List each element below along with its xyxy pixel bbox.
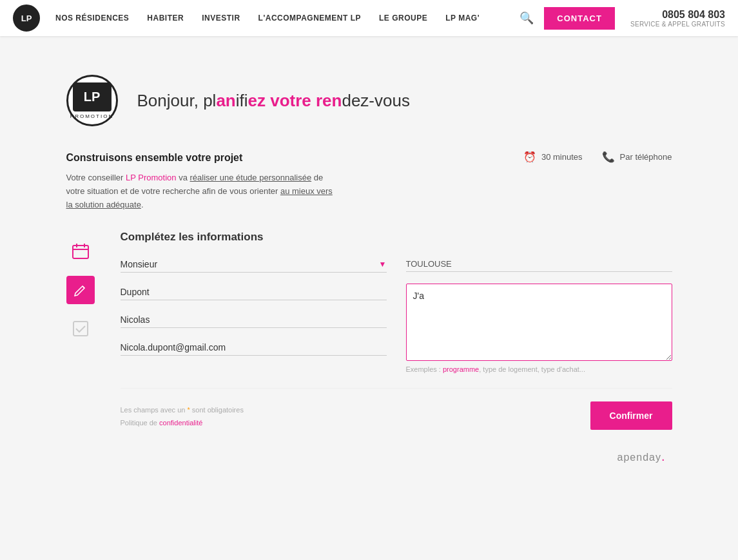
promotion-text: PROMOTION bbox=[70, 113, 113, 119]
form-section: Complétez les informations Monsieur Mada… bbox=[66, 231, 672, 429]
type-label: Par téléphone bbox=[620, 152, 672, 162]
nav-investir[interactable]: INVESTIR bbox=[202, 14, 240, 23]
textarea-wrapper: J'a Exemples : programme, type de logeme… bbox=[406, 284, 672, 374]
form-right-col: J'a Exemples : programme, type de logeme… bbox=[406, 256, 672, 374]
email-input[interactable] bbox=[121, 340, 387, 356]
form-heading: Complétez les informations bbox=[121, 231, 672, 244]
lp-logo: LP PROMOTION bbox=[66, 75, 118, 126]
orient-text: au mieux vers la solution adéquate bbox=[66, 186, 333, 209]
lp-link: LP Promotion bbox=[126, 173, 177, 182]
message-textarea[interactable]: J'a bbox=[406, 284, 672, 361]
city-input[interactable] bbox=[406, 256, 672, 272]
apenday-row: apenday. bbox=[66, 449, 672, 464]
title-highlight: an bbox=[216, 91, 235, 110]
phone-icon: 📞 bbox=[602, 151, 615, 163]
confirm-button[interactable]: Confirmer bbox=[590, 401, 672, 430]
svg-rect-0 bbox=[73, 246, 88, 258]
logo-text: LP bbox=[21, 14, 32, 23]
nav-accompagnement[interactable]: L'ACCOMPAGNEMENT LP bbox=[258, 14, 361, 23]
civility-select[interactable]: Monsieur Madame bbox=[121, 256, 387, 272]
main-content: LP PROMOTION Bonjour, planifiez votre re… bbox=[53, 75, 685, 464]
form-left-col: Monsieur Madame ▼ bbox=[121, 256, 387, 367]
svg-rect-4 bbox=[73, 322, 88, 336]
form-steps bbox=[66, 231, 95, 429]
phone-number: 0805 804 803 bbox=[662, 9, 725, 21]
lastname-input[interactable] bbox=[121, 284, 387, 300]
type-item: 📞 Par téléphone bbox=[602, 151, 672, 163]
phone-block: 0805 804 803 SERVICE & APPEL GRATUITS bbox=[630, 9, 725, 28]
title-highlight3: en bbox=[322, 91, 342, 110]
nav-residences[interactable]: NOS RÉSIDENCES bbox=[55, 14, 129, 23]
firstname-field bbox=[121, 312, 387, 328]
intro-title: Bonjour, planifiez votre rendez-vous bbox=[137, 91, 410, 111]
nav-groupe[interactable]: LE GROUPE bbox=[379, 14, 427, 23]
clock-icon: ⏰ bbox=[523, 151, 536, 163]
form-notes: Les champs avec un * sont obligatoires P… bbox=[121, 404, 244, 430]
textarea-hint: Exemples : programme, type de logement, … bbox=[406, 365, 672, 374]
lp-logo-text: LP bbox=[73, 82, 112, 111]
civility-select-wrapper[interactable]: Monsieur Madame ▼ bbox=[121, 256, 387, 273]
city-field bbox=[406, 256, 672, 272]
privacy-link[interactable]: confidentialité bbox=[159, 419, 202, 427]
check-icon bbox=[66, 314, 95, 343]
contact-button[interactable]: CONTACT bbox=[544, 7, 615, 30]
phone-subtitle: SERVICE & APPEL GRATUITS bbox=[630, 21, 725, 28]
firstname-input[interactable] bbox=[121, 312, 387, 328]
meeting-meta: ⏰ 30 minutes 📞 Par téléphone bbox=[523, 151, 672, 163]
apenday-dot: . bbox=[661, 449, 666, 463]
form-content: Complétez les informations Monsieur Mada… bbox=[121, 231, 672, 429]
header: LP NOS RÉSIDENCES HABITER INVESTIR L'ACC… bbox=[0, 0, 738, 36]
apenday-text: apenday. bbox=[617, 452, 666, 463]
required-note: Les champs avec un * sont obligatoires bbox=[121, 404, 244, 417]
intro-row: LP PROMOTION Bonjour, planifiez votre re… bbox=[66, 75, 672, 126]
search-button[interactable]: 🔍 bbox=[517, 8, 536, 28]
apenday-logo: apenday. bbox=[617, 449, 666, 464]
study-text: réaliser une étude personnalisée bbox=[190, 173, 312, 182]
form-footer: Les champs avec un * sont obligatoires P… bbox=[121, 401, 672, 430]
duration-label: 30 minutes bbox=[541, 152, 583, 162]
asterisk: * bbox=[187, 406, 189, 414]
meeting-info: Construisons ensemble votre projet ⏰ 30 … bbox=[66, 152, 672, 211]
header-actions: 🔍 CONTACT 0805 804 803 SERVICE & APPEL G… bbox=[517, 7, 725, 30]
duration-item: ⏰ 30 minutes bbox=[523, 151, 583, 163]
hint-pink: programme bbox=[443, 365, 479, 373]
header-nav: NOS RÉSIDENCES HABITER INVESTIR L'ACCOMP… bbox=[55, 14, 517, 23]
title-highlight2: ez votre r bbox=[248, 91, 323, 110]
civility-field: Monsieur Madame ▼ bbox=[121, 256, 387, 273]
search-icon: 🔍 bbox=[520, 12, 534, 24]
form-divider bbox=[121, 388, 672, 389]
privacy-note: Politique de confidentialité bbox=[121, 417, 244, 430]
calendar-icon bbox=[66, 237, 95, 266]
nav-mag[interactable]: LP MAG' bbox=[445, 14, 480, 23]
meeting-description: Votre conseiller LP Promotion va réalise… bbox=[66, 171, 337, 211]
form-grid: Monsieur Madame ▼ bbox=[121, 256, 672, 374]
lastname-field bbox=[121, 284, 387, 300]
edit-icon bbox=[66, 276, 95, 304]
header-logo[interactable]: LP bbox=[13, 5, 40, 32]
nav-habiter[interactable]: HABITER bbox=[147, 14, 184, 23]
email-field bbox=[121, 340, 387, 356]
